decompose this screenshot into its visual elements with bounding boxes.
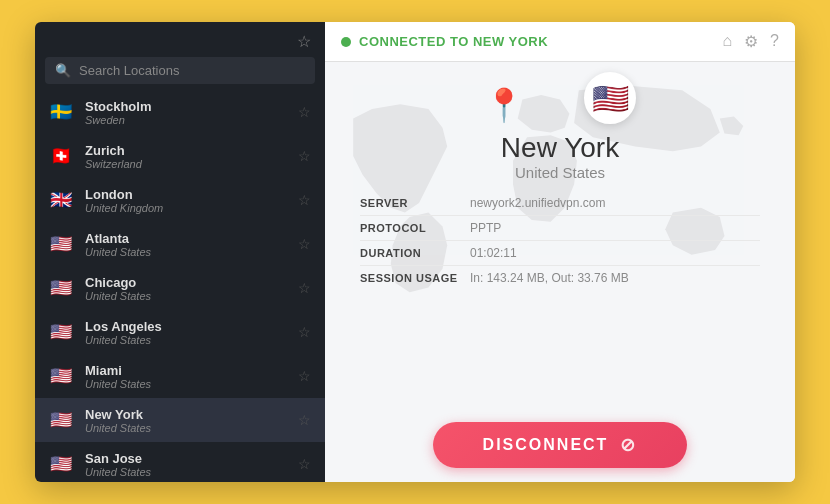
location-item-san-jose[interactable]: 🇺🇸 San Jose United States ☆ <box>35 442 325 482</box>
flag-icon-atlanta: 🇺🇸 <box>47 230 75 258</box>
disconnect-button[interactable]: DISCONNECT ⊘ <box>433 422 688 468</box>
star-button-chicago[interactable]: ☆ <box>296 278 313 298</box>
location-country-san-jose: United States <box>85 466 286 478</box>
flag-icon-stockholm: 🇸🇪 <box>47 98 75 126</box>
favorites-icon[interactable]: ☆ <box>297 32 311 51</box>
location-name-miami: Miami <box>85 363 286 378</box>
detail-row-session-usage: SESSION USAGE In: 143.24 MB, Out: 33.76 … <box>360 266 760 290</box>
map-markers: 📍 🇺🇸 <box>484 72 636 124</box>
location-name-chicago: Chicago <box>85 275 286 290</box>
location-name-san-jose: San Jose <box>85 451 286 466</box>
detail-value: In: 143.24 MB, Out: 33.76 MB <box>470 271 629 285</box>
detail-value: PPTP <box>470 221 501 235</box>
location-name-stockholm: Stockholm <box>85 99 286 114</box>
home-icon[interactable]: ⌂ <box>722 32 732 51</box>
flag-icon-miami: 🇺🇸 <box>47 362 75 390</box>
disconnect-section: DISCONNECT ⊘ <box>325 410 795 482</box>
star-button-atlanta[interactable]: ☆ <box>296 234 313 254</box>
location-item-miami[interactable]: 🇺🇸 Miami United States ☆ <box>35 354 325 398</box>
location-name-new-york: New York <box>85 407 286 422</box>
settings-icon[interactable]: ⚙ <box>744 32 758 51</box>
search-input[interactable] <box>79 63 305 78</box>
detail-row-server: SERVER newyork2.unifiedvpn.com <box>360 191 760 216</box>
location-country-new-york: United States <box>85 422 286 434</box>
flag-icon-san-jose: 🇺🇸 <box>47 450 75 478</box>
location-info-london: London United Kingdom <box>85 187 286 214</box>
detail-label: PROTOCOL <box>360 222 470 234</box>
star-button-new-york[interactable]: ☆ <box>296 410 313 430</box>
location-list: 🇸🇪 Stockholm Sweden ☆ 🇨🇭 Zurich Switzerl… <box>35 90 325 482</box>
top-bar: CONNECTED TO NEW YORK ⌂ ⚙ ? <box>325 22 795 62</box>
city-name: New York <box>501 132 619 164</box>
location-info-zurich: Zurich Switzerland <box>85 143 286 170</box>
location-country-miami: United States <box>85 378 286 390</box>
location-name-london: London <box>85 187 286 202</box>
connected-dot <box>341 37 351 47</box>
location-item-stockholm[interactable]: 🇸🇪 Stockholm Sweden ☆ <box>35 90 325 134</box>
star-button-zurich[interactable]: ☆ <box>296 146 313 166</box>
top-icons: ⌂ ⚙ ? <box>722 32 779 51</box>
location-name-atlanta: Atlanta <box>85 231 286 246</box>
star-button-london[interactable]: ☆ <box>296 190 313 210</box>
map-section: 📍 🇺🇸 New York United States SERVER newyo… <box>325 62 795 410</box>
location-name-zurich: Zurich <box>85 143 286 158</box>
detail-value: 01:02:11 <box>470 246 517 260</box>
location-country-atlanta: United States <box>85 246 286 258</box>
connected-text: CONNECTED TO NEW YORK <box>359 34 714 49</box>
flag-icon-los-angeles: 🇺🇸 <box>47 318 75 346</box>
detail-label: DURATION <box>360 247 470 259</box>
search-bar: 🔍 <box>45 57 315 84</box>
location-country-zurich: Switzerland <box>85 158 286 170</box>
search-icon: 🔍 <box>55 63 71 78</box>
disconnect-label: DISCONNECT <box>483 436 609 454</box>
location-info-new-york: New York United States <box>85 407 286 434</box>
country-flag: 🇺🇸 <box>592 81 629 116</box>
country-flag-circle: 🇺🇸 <box>584 72 636 124</box>
location-country-los-angeles: United States <box>85 334 286 346</box>
location-item-new-york[interactable]: 🇺🇸 New York United States ☆ <box>35 398 325 442</box>
location-country-chicago: United States <box>85 290 286 302</box>
detail-value: newyork2.unifiedvpn.com <box>470 196 605 210</box>
connection-details: SERVER newyork2.unifiedvpn.com PROTOCOL … <box>360 191 760 290</box>
location-info-miami: Miami United States <box>85 363 286 390</box>
location-country-stockholm: Sweden <box>85 114 286 126</box>
flag-icon-chicago: 🇺🇸 <box>47 274 75 302</box>
detail-row-duration: DURATION 01:02:11 <box>360 241 760 266</box>
star-button-stockholm[interactable]: ☆ <box>296 102 313 122</box>
flag-icon-london: 🇬🇧 <box>47 186 75 214</box>
star-button-san-jose[interactable]: ☆ <box>296 454 313 474</box>
location-item-london[interactable]: 🇬🇧 London United Kingdom ☆ <box>35 178 325 222</box>
sidebar: ☆ 🔍 🇸🇪 Stockholm Sweden ☆ 🇨🇭 Zurich Swit… <box>35 22 325 482</box>
detail-row-protocol: PROTOCOL PPTP <box>360 216 760 241</box>
location-item-los-angeles[interactable]: 🇺🇸 Los Angeles United States ☆ <box>35 310 325 354</box>
location-country-london: United Kingdom <box>85 202 286 214</box>
main-panel: CONNECTED TO NEW YORK ⌂ ⚙ ? <box>325 22 795 482</box>
location-item-chicago[interactable]: 🇺🇸 Chicago United States ☆ <box>35 266 325 310</box>
location-info-los-angeles: Los Angeles United States <box>85 319 286 346</box>
location-name-los-angeles: Los Angeles <box>85 319 286 334</box>
country-name: United States <box>515 164 605 181</box>
disconnect-icon: ⊘ <box>620 434 637 456</box>
flag-icon-zurich: 🇨🇭 <box>47 142 75 170</box>
star-button-los-angeles[interactable]: ☆ <box>296 322 313 342</box>
location-info-chicago: Chicago United States <box>85 275 286 302</box>
map-content: 📍 🇺🇸 New York United States SERVER newyo… <box>345 72 775 290</box>
app-window: ☆ 🔍 🇸🇪 Stockholm Sweden ☆ 🇨🇭 Zurich Swit… <box>35 22 795 482</box>
location-pin-icon: 📍 <box>484 86 524 124</box>
detail-label: SESSION USAGE <box>360 272 470 284</box>
help-icon[interactable]: ? <box>770 32 779 51</box>
flag-icon-new-york: 🇺🇸 <box>47 406 75 434</box>
detail-label: SERVER <box>360 197 470 209</box>
sidebar-header: ☆ <box>35 22 325 57</box>
location-item-atlanta[interactable]: 🇺🇸 Atlanta United States ☆ <box>35 222 325 266</box>
star-button-miami[interactable]: ☆ <box>296 366 313 386</box>
location-info-atlanta: Atlanta United States <box>85 231 286 258</box>
location-info-stockholm: Stockholm Sweden <box>85 99 286 126</box>
location-info-san-jose: San Jose United States <box>85 451 286 478</box>
location-item-zurich[interactable]: 🇨🇭 Zurich Switzerland ☆ <box>35 134 325 178</box>
